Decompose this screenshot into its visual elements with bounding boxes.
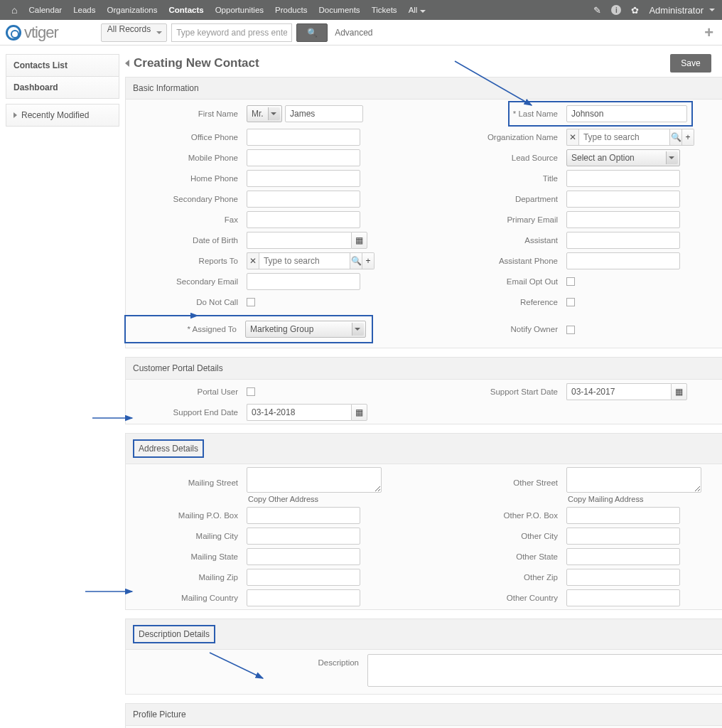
reports-search-icon[interactable]: 🔍 [350,252,362,269]
nav-leads[interactable]: Leads [69,6,99,14]
nav-calendar[interactable]: Calendar [24,6,66,14]
search-button[interactable]: 🔍 [296,23,328,42]
other-zip-label: Other Zip [446,573,566,582]
notify-owner-checkbox[interactable] [566,326,575,334]
other-street-label: Other Street [446,467,566,487]
nav-contacts[interactable]: Contacts [164,6,208,14]
reports-add-icon[interactable]: + [362,252,375,269]
compose-icon[interactable]: ✎ [593,5,601,16]
office-phone-label: Office Phone [126,133,247,141]
reference-label: Reference [446,298,566,306]
chevron-right-icon [14,112,17,118]
org-search-icon[interactable]: 🔍 [670,129,682,146]
nav-tickets[interactable]: Tickets [367,6,402,14]
reports-clear-icon[interactable]: ✕ [247,252,259,269]
lead-source-select[interactable]: Select an Option [566,149,680,166]
mailing-country-label: Mailing Country [126,594,247,602]
first-name-input[interactable] [285,105,363,122]
mailing-state-label: Mailing State [126,552,247,561]
records-select[interactable]: All Records [101,23,167,42]
description-label: Description [126,654,367,667]
calendar-icon[interactable]: ▦ [351,404,367,421]
quick-create-icon[interactable]: + [704,23,716,42]
nav-documents[interactable]: Documents [314,6,364,14]
support-start-input[interactable] [566,383,671,400]
nav-products[interactable]: Products [271,6,311,14]
mailing-zip-input[interactable] [247,569,360,586]
first-name-label: First Name [126,109,247,118]
description-header: Description Details [126,619,722,650]
support-end-label: Support End Date [126,408,247,417]
secondary-email-input[interactable] [247,273,360,290]
email-opt-out-checkbox[interactable] [566,277,575,286]
sidebar-recently-modified[interactable]: Recently Modified [6,104,119,127]
reference-checkbox[interactable] [566,298,575,306]
org-clear-icon[interactable]: ✕ [566,129,578,146]
description-input[interactable] [367,654,722,687]
reports-to-input[interactable] [259,252,350,269]
search-input[interactable] [171,23,292,42]
content: Creating New Contact Save Cancel Basic I… [125,54,722,728]
save-button-top[interactable]: Save [670,54,711,73]
dob-label: Date of Birth [126,236,247,245]
office-phone-input[interactable] [247,129,360,146]
support-end-input[interactable] [247,404,351,421]
sidebar: Contacts List Dashboard Recently Modifie… [6,54,119,728]
copy-mailing-address-link[interactable]: Copy Mailing Address [566,495,701,503]
nav-all[interactable]: All [404,6,431,14]
do-not-call-checkbox[interactable] [247,298,255,306]
logo-text: vtiger [24,23,58,42]
sidebar-contacts-list[interactable]: Contacts List [6,54,119,77]
nav-organizations[interactable]: Organizations [102,6,161,14]
other-po-label: Other P.O. Box [446,511,566,520]
nav-opportunities[interactable]: Opportunities [211,6,268,14]
assistant-phone-input[interactable] [566,252,680,269]
cancel-button-top[interactable]: Cancel [718,54,722,73]
top-nav-right: ✎ i ✿ Administrator [593,5,715,16]
gear-icon[interactable]: ✿ [631,5,639,16]
last-name-input[interactable] [566,105,687,122]
logo[interactable]: vtiger [6,23,58,42]
user-menu[interactable]: Administrator [649,5,715,16]
assistant-input[interactable] [566,232,680,249]
calendar-icon[interactable]: ▦ [671,383,687,400]
portal-user-checkbox[interactable] [247,387,255,396]
sidebar-dashboard[interactable]: Dashboard [6,76,119,99]
secondary-email-label: Secondary Email [126,277,247,286]
title-input[interactable] [566,170,680,187]
copy-other-address-link[interactable]: Copy Other Address [247,495,382,503]
home-icon[interactable]: ⌂ [7,4,21,16]
other-zip-input[interactable] [566,569,680,586]
org-add-icon[interactable]: + [682,129,694,146]
other-country-input[interactable] [566,589,680,606]
organization-input[interactable] [578,129,670,146]
portal-user-label: Portal User [126,387,247,396]
mailing-po-input[interactable] [247,507,360,524]
mailing-city-input[interactable] [247,528,360,545]
department-input[interactable] [566,191,680,208]
assigned-to-label: * Assigned To [131,325,245,333]
assigned-to-select[interactable]: Marketing Group [245,321,366,338]
page-title: Creating New Contact [134,56,259,70]
description-header-label: Description Details [133,625,215,643]
home-phone-input[interactable] [247,170,360,187]
profile-picture-panel: Profile Picture Contact Image Choose Fil… [125,703,722,728]
salutation-select[interactable]: Mr. [247,105,282,122]
help-icon[interactable]: i [611,5,621,15]
advanced-search-link[interactable]: Advanced [335,28,372,38]
other-state-input[interactable] [566,548,680,565]
other-city-input[interactable] [566,528,680,545]
primary-email-input[interactable] [566,211,680,228]
mobile-phone-input[interactable] [247,149,360,166]
mailing-street-input[interactable] [247,467,382,493]
calendar-icon[interactable]: ▦ [351,232,367,249]
other-street-input[interactable] [566,467,701,493]
secondary-phone-input[interactable] [247,191,360,208]
other-po-input[interactable] [566,507,680,524]
mailing-state-input[interactable] [247,548,360,565]
back-icon[interactable] [125,60,129,67]
email-opt-out-label: Email Opt Out [446,277,566,286]
dob-input[interactable] [247,232,351,249]
mailing-country-input[interactable] [247,589,360,606]
fax-input[interactable] [247,211,360,228]
